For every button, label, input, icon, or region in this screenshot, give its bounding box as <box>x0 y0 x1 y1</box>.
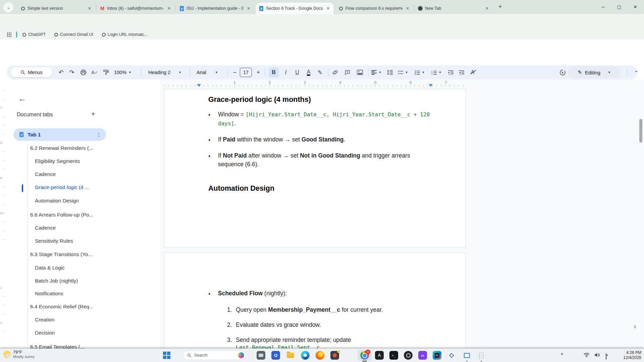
tab-flow-comparison[interactable]: Flow comparison 6.x requireme... ✕ <box>335 3 413 14</box>
italic-button[interactable]: I <box>281 65 291 79</box>
font-size-decrease-button[interactable]: − <box>231 65 239 79</box>
outline-item[interactable]: Cadence <box>35 171 56 177</box>
tab-gmail-inbox[interactable]: M Inbox (6) - saiful@momentum-... ✕ <box>97 3 175 14</box>
outline-item[interactable]: Automation Design <box>35 198 79 204</box>
taskbar-app-photoshop[interactable]: A <box>375 351 384 360</box>
scrollbar-thumb[interactable] <box>639 119 642 142</box>
line-spacing-icon[interactable] <box>384 65 395 79</box>
taskbar-app-terminal[interactable]: >_ <box>389 351 398 360</box>
undo-icon[interactable]: ↶ <box>56 65 66 79</box>
outline-item-active[interactable]: Grace-period logic (4 ... <box>35 184 89 190</box>
outline-item[interactable]: Batch Job (nightly) <box>35 278 78 284</box>
tab-isij-guide[interactable]: ISIJ - Implementation guide - G... ✕ <box>176 3 254 14</box>
bold-button-active[interactable]: B <box>268 65 279 79</box>
taskbar-app-snipping-tool[interactable] <box>463 351 471 360</box>
window-maximize-button[interactable]: ▢ <box>612 0 627 13</box>
tab-close-icon[interactable]: ✕ <box>87 5 93 11</box>
decrease-indent-icon[interactable] <box>445 65 456 79</box>
new-tab-button[interactable]: + <box>498 3 502 10</box>
start-button[interactable] <box>163 352 170 359</box>
outline-item[interactable]: Notifications <box>35 291 63 297</box>
taskbar-app-firefox[interactable] <box>316 351 324 360</box>
taskbar-clock[interactable]: 4:26 PM 12/4/2025 <box>624 350 641 360</box>
editing-mode-select[interactable]: ✎ Editing ▼ <box>568 67 621 78</box>
numbered-list-select[interactable]: 123▼ <box>429 65 443 79</box>
add-tab-button[interactable]: + <box>91 110 95 118</box>
spellcheck-icon[interactable]: A✓ <box>89 65 100 79</box>
outline-item[interactable]: Eligibility Segments <box>35 158 80 164</box>
taskbar-app-drawio[interactable] <box>447 351 456 360</box>
tab-simple-text-version[interactable]: Simple text version ✕ <box>17 3 95 14</box>
window-close-button[interactable]: ✕ <box>628 0 643 13</box>
taskbar-app-edge[interactable] <box>301 351 310 360</box>
text-color-button[interactable]: A <box>304 65 314 79</box>
weather-widget[interactable]: 79°F Mostly sunny <box>3 350 35 359</box>
highlight-color-icon[interactable]: ✎ <box>315 65 325 79</box>
add-comment-icon[interactable] <box>342 65 353 79</box>
tab-search-button[interactable]: ⌄ <box>3 2 13 12</box>
taskbar-app-obs[interactable] <box>404 351 413 360</box>
outline-item[interactable]: 6.6 Arrears Follow-up (Po... <box>30 212 94 218</box>
tab1-pill[interactable]: Tab 1 ⋮ <box>13 128 106 141</box>
increase-indent-icon[interactable] <box>456 65 467 79</box>
outline-item[interactable]: 6.3 Stage Transitions (Yo... <box>30 251 93 257</box>
tab1-kebab-icon[interactable]: ⋮ <box>96 132 101 138</box>
apps-grid-icon[interactable] <box>7 32 11 37</box>
tab-close-icon[interactable]: ✕ <box>405 5 411 11</box>
checklist-select[interactable]: ▼ <box>396 65 410 79</box>
outline-item[interactable]: Data & Logic <box>35 265 65 271</box>
taskbar-app-notepad[interactable] <box>477 351 486 360</box>
outline-item[interactable]: Sensitivity Rules <box>35 238 73 244</box>
taskbar-app-pycharm[interactable]: PC <box>433 351 441 360</box>
print-icon[interactable] <box>78 65 89 79</box>
outline-item-clipped[interactable]: 6.5 Email Templates (... <box>30 344 85 349</box>
taskbar-app-camera[interactable] <box>330 351 339 360</box>
taskbar-app-outlook[interactable]: O <box>271 351 280 360</box>
copilot-icon[interactable] <box>238 352 244 358</box>
right-indent-marker[interactable] <box>429 84 433 87</box>
underline-button[interactable]: U <box>292 65 302 79</box>
document-page-1[interactable]: Grace-period logic (4 months) ●Window = … <box>164 89 466 247</box>
outline-item[interactable]: Cadence <box>35 225 56 231</box>
tab-close-icon[interactable]: ✕ <box>246 5 252 11</box>
paint-format-icon[interactable] <box>101 65 111 79</box>
volume-icon[interactable] <box>594 353 600 359</box>
show-side-panel-chevron[interactable]: ‹ <box>634 322 636 330</box>
paragraph-style-select[interactable]: Heading 2▼ <box>146 65 188 79</box>
document-page-2[interactable]: ●Scheduled Flow (nightly): 1.Query open … <box>164 252 466 349</box>
window-minimize-button[interactable]: ─ <box>596 0 610 13</box>
font-size-field[interactable]: 17 <box>239 65 252 79</box>
bookmark-connect-gmail-ui[interactable]: Connect Gmail UI <box>54 32 93 37</box>
tab-section6-track-active[interactable]: Section 6 Track - Google Docs ✕ <box>256 3 334 14</box>
redo-icon[interactable]: ↷ <box>66 65 77 79</box>
taskbar-app-visual-studio[interactable]: ∞ <box>418 351 427 360</box>
bullet-list-select[interactable]: ▼ <box>413 65 427 79</box>
taskbar-app-chrome[interactable]: 8 <box>360 351 369 360</box>
align-select[interactable]: ▼ <box>370 65 383 79</box>
tab-close-icon[interactable]: ✕ <box>325 5 331 11</box>
motion-presentation-icon[interactable] <box>557 65 568 79</box>
bookmark-chatgpt[interactable]: ChatGPT <box>22 32 46 37</box>
left-indent-marker[interactable] <box>197 84 201 87</box>
font-family-select[interactable]: Arial▼ <box>194 65 227 79</box>
tab-new-tab[interactable]: New Tab ✕ <box>415 3 493 14</box>
taskbar-search[interactable]: Search <box>183 351 247 360</box>
taskbar-app-file-explorer[interactable] <box>286 351 295 360</box>
font-size-increase-button[interactable]: + <box>254 65 262 79</box>
insert-image-icon[interactable] <box>354 65 366 79</box>
outline-item[interactable]: 6.4 Economic Relief (Req... <box>30 304 94 310</box>
tab-close-icon[interactable]: ✕ <box>166 5 172 11</box>
hide-menus-chevron[interactable]: ⌃ <box>631 65 641 79</box>
horizontal-ruler[interactable]: 1 2 3 4 5 6 7 <box>160 79 644 88</box>
menus-search-button[interactable]: Menus <box>11 67 52 77</box>
tray-hidden-icons-chevron[interactable]: ^ <box>561 352 563 357</box>
wifi-icon[interactable] <box>584 353 590 359</box>
battery-icon[interactable] <box>606 354 606 360</box>
taskbar-app-remote-desktop[interactable] <box>257 351 265 360</box>
clear-formatting-icon[interactable]: A <box>467 65 478 79</box>
bookmark-login-url-mismatch[interactable]: Login URL mismatc... <box>102 32 148 37</box>
outline-item[interactable]: Decision <box>35 330 55 336</box>
outline-item[interactable]: Creation <box>35 317 55 323</box>
insert-link-icon[interactable] <box>329 65 341 79</box>
tab-close-icon[interactable]: ✕ <box>484 5 490 11</box>
